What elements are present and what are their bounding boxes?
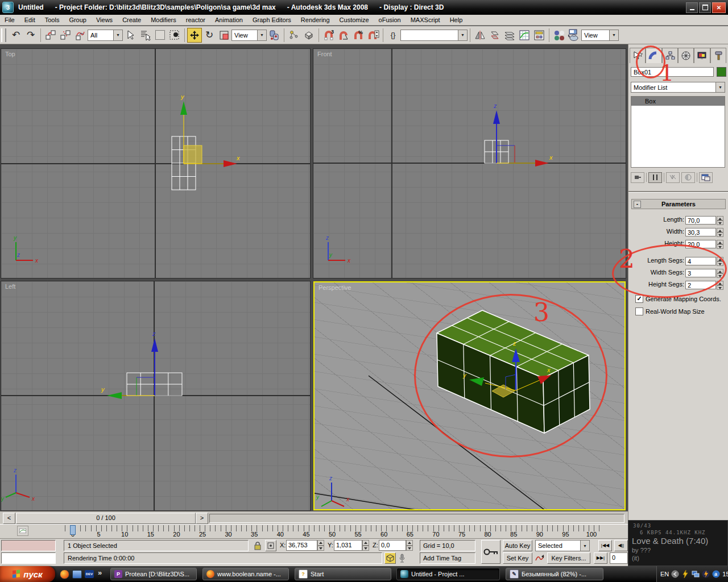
dropdown-arrow-icon[interactable]: ▼ — [257, 30, 266, 40]
checkbox[interactable]: ✓ — [635, 295, 643, 303]
tab-create[interactable] — [630, 48, 646, 63]
absolute-mode-icon[interactable] — [265, 540, 276, 551]
taskbar-task-max[interactable]: Untitled - Project ... — [396, 568, 500, 580]
percent-snap-icon[interactable]: % — [351, 28, 366, 43]
toolbar-grip[interactable] — [1, 28, 6, 42]
remove-modifier-icon[interactable] — [681, 172, 695, 183]
spinner-snap-icon[interactable] — [366, 28, 380, 43]
previous-frame-playback-button[interactable]: ◀|| — [614, 540, 628, 551]
current-frame-marker[interactable] — [70, 525, 76, 535]
maxscript-mini-listener-white[interactable] — [1, 552, 56, 564]
param-field[interactable]: 4 — [685, 257, 716, 265]
object-name-field[interactable]: Box01 — [631, 67, 714, 77]
coord-y-spinner[interactable] — [362, 540, 369, 551]
tray-lightning-icon[interactable] — [681, 570, 689, 578]
tray-network-icon[interactable] — [692, 570, 700, 578]
menu-item-edit[interactable]: Edit — [24, 16, 35, 23]
key-filters-button[interactable]: Key Filters... — [547, 552, 590, 564]
select-and-move-icon[interactable] — [187, 28, 202, 43]
selection-filter-dropdown[interactable]: All ▼ — [88, 30, 123, 41]
viewport-top[interactable]: Top y x y x z — [1, 49, 310, 278]
menu-item-ofusion[interactable]: oFusion — [379, 16, 401, 23]
param-spinner[interactable] — [717, 228, 723, 237]
set-key-button[interactable]: Set Key — [503, 552, 532, 564]
menu-item-tools[interactable]: Tools — [45, 16, 60, 23]
named-selection-dropdown[interactable]: ▼ — [400, 30, 468, 41]
tray-winamp-icon[interactable] — [702, 570, 710, 578]
tab-motion[interactable] — [678, 48, 694, 63]
use-pivot-point-center-icon[interactable] — [267, 28, 282, 43]
menu-item-graph-editors[interactable]: Graph Editors — [253, 16, 291, 23]
param-spinner[interactable] — [717, 257, 723, 266]
undo-icon[interactable]: ↶ — [9, 28, 23, 43]
tray-app-a-icon[interactable]: a — [712, 570, 720, 578]
modifier-list-dropdown[interactable]: Modifier List ▼ — [631, 82, 725, 93]
default-in-out-tangent-icon[interactable] — [535, 554, 544, 564]
menu-item-file[interactable]: File — [5, 16, 15, 23]
reference-coordinate-dropdown[interactable]: View ▼ — [231, 30, 267, 41]
coord-z-spinner[interactable] — [406, 540, 413, 551]
dropdown-arrow-icon[interactable]: ▼ — [609, 30, 618, 40]
menu-item-reactor[interactable]: reactor — [186, 16, 205, 23]
set-keys-button[interactable] — [481, 540, 500, 564]
dropdown-arrow-icon[interactable]: ▼ — [715, 82, 725, 92]
param-field[interactable]: 70,0 — [685, 216, 716, 225]
param-field[interactable]: 2 — [685, 281, 716, 289]
viewport-perspective-label[interactable]: Perspective — [318, 284, 351, 291]
tab-modify[interactable] — [646, 48, 661, 63]
add-time-tag[interactable]: Add Time Tag — [420, 552, 475, 564]
schematic-view-icon[interactable] — [532, 28, 547, 43]
coord-z-field[interactable]: 0,0 — [379, 540, 406, 551]
select-and-rotate-icon[interactable]: ↻ — [202, 28, 217, 43]
configure-modifier-sets-icon[interactable] — [699, 172, 713, 183]
quicklaunch-expand-chevron[interactable]: » — [98, 568, 102, 577]
minimize-button[interactable] — [686, 2, 698, 13]
coord-x-spinner[interactable] — [317, 540, 324, 551]
music-player-overlay[interactable]: 30/43 6 KBPS 44.1KHZ KHZ Love & Death (7… — [628, 520, 728, 566]
time-slider-track[interactable] — [209, 514, 624, 523]
dropdown-arrow-icon[interactable]: ▼ — [458, 30, 467, 40]
menu-item-help[interactable]: Help — [450, 16, 463, 23]
taskbar-task-help[interactable]: ?Start — [295, 568, 391, 580]
param-field[interactable]: 20,0 — [685, 240, 716, 248]
rectangular-selection-region-icon[interactable] — [152, 28, 167, 43]
render-type-dropdown[interactable]: View ▼ — [581, 30, 619, 41]
modifier-stack-item[interactable]: Box — [631, 97, 725, 106]
tray-hide-icons-icon[interactable] — [671, 570, 679, 578]
align-icon[interactable] — [487, 28, 502, 43]
go-to-start-button[interactable]: |◀◀ — [598, 540, 612, 551]
object-color-swatch[interactable] — [717, 67, 726, 77]
named-selection-sets-icon[interactable]: {} — [386, 28, 400, 43]
render-setup-icon[interactable] — [566, 28, 581, 43]
menu-item-group[interactable]: Group — [69, 16, 86, 23]
menu-item-customize[interactable]: Customize — [340, 16, 369, 23]
viewport-left[interactable]: Left z y z — [1, 281, 310, 510]
quicklaunch-firefox-icon[interactable] — [59, 569, 69, 579]
start-button[interactable]: пуск — [0, 566, 55, 582]
tab-display[interactable] — [694, 48, 710, 63]
isolate-cube-icon[interactable] — [384, 552, 396, 564]
select-and-scale-icon[interactable] — [217, 28, 231, 43]
keyboard-shortcut-override-icon[interactable] — [301, 28, 316, 43]
checkbox[interactable] — [635, 307, 643, 315]
unlink-selection-icon[interactable] — [58, 28, 73, 43]
taskbar-task-paint[interactable]: ✎Безымянный (82%) -... — [506, 568, 603, 580]
viewport-perspective[interactable]: Perspective — [313, 281, 626, 510]
mirror-icon[interactable] — [473, 28, 487, 43]
dropdown-arrow-icon[interactable]: ▼ — [580, 541, 589, 551]
menu-item-modifiers[interactable]: Modifiers — [151, 16, 176, 23]
menu-item-create[interactable]: Create — [122, 16, 141, 23]
maximize-button[interactable] — [699, 2, 711, 13]
taskbar-task-protean[interactable]: PProtean [D:\Blitz3D\S... — [110, 568, 197, 580]
rollout-collapse-icon[interactable]: - — [634, 201, 641, 208]
tray-clock[interactable]: 15:21 — [722, 571, 728, 577]
param-spinner[interactable] — [717, 216, 723, 225]
current-frame-field[interactable]: 0 — [610, 552, 628, 564]
viewport-front[interactable]: Front z x z x — [313, 49, 626, 278]
param-spinner[interactable] — [717, 269, 723, 278]
layer-manager-icon[interactable] — [502, 28, 517, 43]
key-mode-dropdown[interactable]: Selected ▼ — [535, 540, 590, 551]
tray-language-indicator[interactable]: EN — [660, 571, 669, 577]
curve-editor-icon[interactable] — [517, 28, 532, 43]
coord-y-field[interactable]: 1,031 — [334, 540, 362, 551]
